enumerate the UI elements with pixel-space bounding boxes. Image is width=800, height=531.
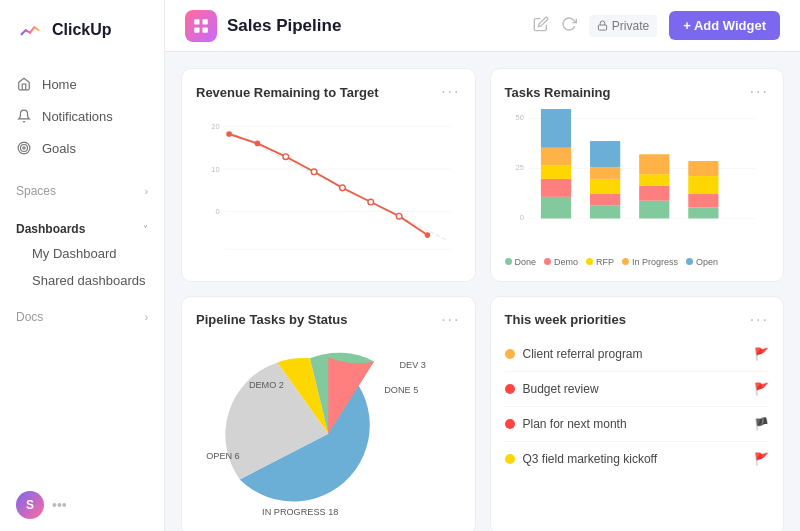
svg-text:0: 0 <box>215 207 219 216</box>
priority-left-1: Budget review <box>505 382 599 396</box>
legend-inprogress: In Progress <box>622 257 678 267</box>
chevron-down-icon: ˅ <box>143 224 148 235</box>
priority-item-3: Q3 field marketing kickoff 🚩 <box>505 442 770 476</box>
pipeline-pie-area: DEV 3 DONE 5 IN PROGRESS 18 OPEN 6 DEMO … <box>196 337 461 520</box>
refresh-icon[interactable] <box>561 16 577 35</box>
pie-label-open: OPEN 6 <box>206 451 240 461</box>
svg-point-21 <box>340 185 346 191</box>
revenue-chart-svg: 20 10 0 <box>196 109 461 267</box>
pipeline-pie-svg: DEV 3 DONE 5 IN PROGRESS 18 OPEN 6 DEMO … <box>196 337 461 520</box>
svg-rect-46 <box>688 194 718 207</box>
svg-point-18 <box>255 141 261 147</box>
pie-label-demo: DEMO 2 <box>249 380 284 390</box>
edit-icon[interactable] <box>533 16 549 35</box>
widget-tasks-header: Tasks Remaining ··· <box>505 83 770 101</box>
sidebar-item-my-dashboard[interactable]: My Dashboard <box>16 240 164 267</box>
svg-point-17 <box>226 131 232 137</box>
revenue-chart-area: 20 10 0 <box>196 109 461 267</box>
add-widget-button[interactable]: + Add Widget <box>669 11 780 40</box>
svg-rect-37 <box>590 194 620 205</box>
widget-revenue-header: Revenue Remaining to Target ··· <box>196 83 461 101</box>
priority-flag-3: 🚩 <box>754 452 769 466</box>
widget-revenue-menu[interactable]: ··· <box>441 83 460 101</box>
priority-dot-2 <box>505 419 515 429</box>
widget-pipeline-title: Pipeline Tasks by Status <box>196 312 347 327</box>
legend-done-label: Done <box>515 257 537 267</box>
svg-rect-6 <box>194 27 199 32</box>
chevron-right-icon2: › <box>145 312 148 323</box>
svg-rect-33 <box>540 166 570 179</box>
priority-dot-1 <box>505 384 515 394</box>
priority-flag-0: 🚩 <box>754 347 769 361</box>
svg-rect-40 <box>590 141 620 167</box>
svg-text:0: 0 <box>519 213 523 222</box>
widget-revenue: Revenue Remaining to Target ··· 20 10 0 <box>181 68 476 282</box>
priority-flag-2: 🏴 <box>754 417 769 431</box>
widget-priorities-menu[interactable]: ··· <box>750 311 769 329</box>
sidebar-section-dashboards[interactable]: Dashboards ˅ <box>0 210 164 240</box>
priority-text-2: Plan for next month <box>523 417 627 431</box>
sidebar-section-spaces[interactable]: Spaces › <box>0 172 164 202</box>
widget-tasks: Tasks Remaining ··· 50 25 0 <box>490 68 785 282</box>
svg-rect-44 <box>639 154 669 174</box>
pie-label-dev: DEV 3 <box>399 359 425 369</box>
svg-rect-7 <box>203 27 208 32</box>
widget-tasks-menu[interactable]: ··· <box>750 83 769 101</box>
sidebar-item-home[interactable]: Home <box>0 68 164 100</box>
svg-rect-4 <box>194 19 199 24</box>
sidebar-item-home-label: Home <box>42 77 77 92</box>
sidebar: ClickUp Home Notifications Goals Spaces … <box>0 0 165 531</box>
svg-point-20 <box>311 169 317 175</box>
priority-item-1: Budget review 🚩 <box>505 372 770 407</box>
shared-dashboards-label: Shared dashboards <box>32 273 145 288</box>
target-icon <box>16 140 32 156</box>
spaces-label: Spaces <box>16 184 56 198</box>
avatar[interactable]: S <box>16 491 44 519</box>
lock-icon <box>597 20 608 31</box>
chevron-right-icon: › <box>145 186 148 197</box>
widget-pipeline-menu[interactable]: ··· <box>441 311 460 329</box>
svg-rect-39 <box>590 168 620 179</box>
legend-rfp: RFP <box>586 257 614 267</box>
dashboards-submenu: My Dashboard Shared dashboards <box>0 240 164 294</box>
legend-open-label: Open <box>696 257 718 267</box>
svg-point-2 <box>21 145 28 152</box>
pie-label-inprogress: IN PROGRESS 18 <box>262 507 338 517</box>
priority-left-3: Q3 field marketing kickoff <box>505 452 658 466</box>
docs-label: Docs <box>16 310 43 324</box>
sidebar-item-shared-dashboards[interactable]: Shared dashboards <box>16 267 164 294</box>
logo: ClickUp <box>0 0 164 60</box>
sidebar-item-notifications[interactable]: Notifications <box>0 100 164 132</box>
page-icon <box>185 10 217 42</box>
sidebar-item-goals[interactable]: Goals <box>0 132 164 164</box>
legend-demo: Demo <box>544 257 578 267</box>
legend-inprogress-label: In Progress <box>632 257 678 267</box>
sidebar-item-goals-label: Goals <box>42 141 76 156</box>
logo-text: ClickUp <box>52 21 112 39</box>
svg-text:25: 25 <box>515 163 523 172</box>
priority-left-0: Client referral program <box>505 347 643 361</box>
privacy-badge[interactable]: Private <box>589 15 657 37</box>
home-icon <box>16 76 32 92</box>
priority-left-2: Plan for next month <box>505 417 627 431</box>
dashboard: Revenue Remaining to Target ··· 20 10 0 <box>165 52 800 531</box>
widget-priorities: This week priorities ··· Client referral… <box>490 296 785 531</box>
sidebar-section-docs[interactable]: Docs › <box>0 298 164 328</box>
svg-point-23 <box>396 213 402 219</box>
legend-demo-dot <box>544 258 551 265</box>
svg-text:10: 10 <box>211 165 219 174</box>
svg-text:50: 50 <box>515 113 523 122</box>
topbar-right: Private + Add Widget <box>533 11 780 40</box>
svg-point-24 <box>425 232 431 238</box>
svg-rect-42 <box>639 186 669 201</box>
widget-pipeline-header: Pipeline Tasks by Status ··· <box>196 311 461 329</box>
privacy-label: Private <box>612 19 649 33</box>
my-dashboard-label: My Dashboard <box>32 246 117 261</box>
page-title: Sales Pipeline <box>227 16 341 36</box>
chart-legend: Done Demo RFP In Progress <box>505 257 770 267</box>
dashboards-label: Dashboards <box>16 222 85 236</box>
priority-text-0: Client referral program <box>523 347 643 361</box>
ellipsis-icon: ••• <box>52 497 67 513</box>
legend-done: Done <box>505 257 537 267</box>
topbar-left: Sales Pipeline <box>185 10 341 42</box>
